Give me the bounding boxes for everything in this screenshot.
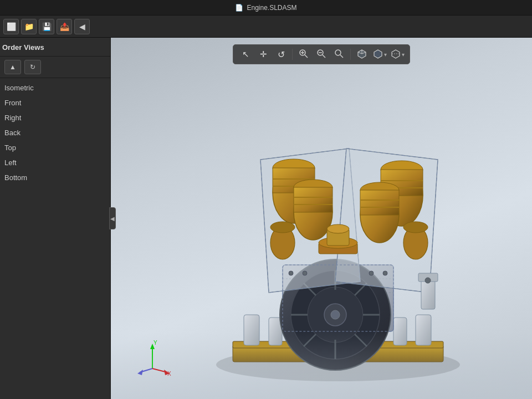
svg-point-75 — [327, 224, 349, 233]
section-dropdown-arrow-icon: ▾ — [402, 52, 405, 58]
section-button[interactable]: ▾ — [390, 47, 405, 62]
sidebar-item-left[interactable]: Left — [0, 155, 110, 170]
svg-point-73 — [425, 278, 431, 283]
svg-point-7 — [335, 50, 341, 55]
zoom-box-icon — [299, 49, 309, 60]
svg-marker-13 — [374, 50, 382, 58]
up-arrow-icon: ▲ — [9, 63, 16, 71]
sidebar-item-isometric[interactable]: Isometric — [0, 80, 110, 95]
svg-marker-14 — [392, 50, 400, 58]
sidebar-collapse-handle[interactable]: ◀ — [109, 207, 116, 229]
svg-point-78 — [369, 271, 374, 275]
collapse-panel-button[interactable]: ◀ — [74, 19, 90, 34]
zoom-out-button[interactable] — [314, 47, 329, 62]
sidebar-item-right[interactable]: Right — [0, 110, 110, 125]
view-orient-button[interactable] — [354, 47, 370, 62]
pan-tool-button[interactable]: ✛ — [255, 47, 271, 62]
window-title: Engine.SLDASM — [247, 4, 296, 12]
svg-rect-50 — [294, 187, 332, 212]
display-style-icon — [373, 49, 383, 60]
sidebar-item-top[interactable]: Top — [0, 140, 110, 155]
sidebar-item-front[interactable]: Front — [0, 95, 110, 110]
sidebar-item-bottom[interactable]: Bottom — [0, 170, 110, 185]
svg-point-79 — [383, 271, 387, 275]
pan-icon: ✛ — [260, 49, 267, 59]
open-icon: 📁 — [24, 22, 34, 31]
open-button[interactable]: 📁 — [21, 19, 37, 34]
zoom-fit-button[interactable] — [331, 47, 347, 62]
ground-reflection — [111, 332, 532, 399]
main-layout: Order Views ▲ ↻ Isometric Front Right Ba… — [0, 38, 532, 399]
svg-point-32 — [331, 310, 340, 319]
zoom-out-icon — [316, 49, 326, 60]
svg-point-54 — [270, 222, 295, 233]
cube-icon — [357, 49, 367, 60]
svg-point-68 — [403, 222, 428, 233]
refresh-icon: ↻ — [30, 63, 35, 71]
section-icon — [391, 49, 401, 60]
display-dropdown-arrow-icon: ▾ — [384, 52, 387, 58]
refresh-button[interactable]: ↻ — [24, 60, 41, 74]
view-list: Isometric Front Right Back Top Left Bott… — [0, 78, 110, 399]
save-button[interactable]: 💾 — [39, 19, 54, 34]
rotate-icon: ↺ — [278, 49, 285, 60]
move-up-button[interactable]: ▲ — [4, 60, 21, 74]
svg-point-76 — [289, 271, 293, 275]
svg-line-1 — [305, 55, 308, 58]
cursor-icon: ↖ — [242, 49, 249, 59]
chevron-left-icon: ◀ — [110, 216, 115, 222]
svg-line-5 — [323, 55, 325, 58]
sidebar-controls: ▲ ↻ — [0, 57, 110, 78]
display-style-button[interactable]: ▾ — [372, 47, 387, 62]
export-button[interactable]: 📤 — [57, 19, 72, 34]
file-icon: 📄 — [235, 4, 243, 12]
svg-line-8 — [340, 55, 343, 58]
select-tool-button[interactable]: ↖ — [238, 47, 253, 62]
svg-point-77 — [303, 271, 307, 275]
save-icon: 💾 — [42, 22, 52, 31]
sidebar-item-back[interactable]: Back — [0, 125, 110, 140]
collapse-icon: ◀ — [79, 22, 85, 31]
new-button[interactable]: ⬜ — [3, 19, 19, 34]
zoom-fit-icon — [334, 49, 344, 60]
main-toolbar: ⬜ 📁 💾 📤 ◀ — [0, 16, 532, 38]
new-icon: ⬜ — [7, 22, 16, 31]
rotate-tool-button[interactable]: ↺ — [273, 47, 289, 62]
export-icon: 📤 — [60, 22, 69, 31]
toolbar-separator-2 — [350, 49, 351, 60]
zoom-box-button[interactable] — [296, 47, 311, 62]
title-bar: 📄 Engine.SLDASM — [0, 0, 532, 16]
viewport[interactable]: ↖ ✛ ↺ — [111, 38, 532, 399]
sidebar-title: Order Views — [0, 38, 110, 57]
viewport-toolbar: ↖ ✛ ↺ — [233, 44, 410, 64]
sidebar: Order Views ▲ ↻ Isometric Front Right Ba… — [0, 38, 111, 399]
svg-rect-64 — [360, 190, 399, 215]
toolbar-separator-1 — [292, 49, 293, 60]
